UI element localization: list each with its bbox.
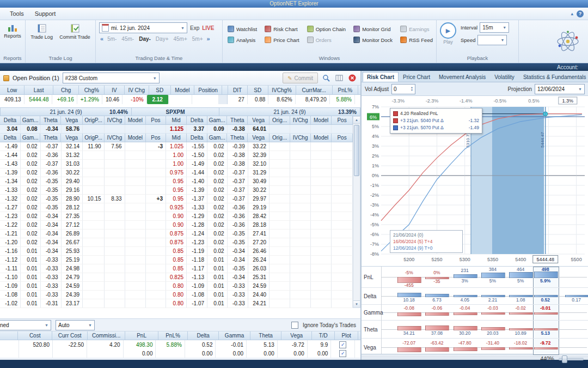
- help-icon[interactable]: ?: [577, 10, 584, 17]
- chain-row[interactable]: -1.230.02-0.3427.35: [0, 212, 166, 221]
- projection-date-select[interactable]: 12/06/2024 ▼: [535, 84, 585, 94]
- scroll-up-icon[interactable]: ▲: [353, 117, 360, 124]
- tab-volatility[interactable]: Volatility: [490, 72, 519, 82]
- tab-risk-chart[interactable]: Risk Chart: [363, 72, 399, 82]
- commit-trade-button[interactable]: Commit Trade: [58, 22, 92, 41]
- chain-row[interactable]: 0.90-1.280.02-0.3628.18: [166, 221, 353, 230]
- spinner-arrows-icon[interactable]: ▲▼: [411, 86, 413, 92]
- chain-row[interactable]: 0.80-1.080.01-0.3324.40: [166, 291, 353, 299]
- chain-row[interactable]: -1.490.02-0.3732.1411.907.56-3: [0, 142, 166, 151]
- step-day[interactable]: Day+: [156, 36, 169, 42]
- plot-checkbox[interactable]: ✓: [339, 341, 346, 348]
- chain-row[interactable]: -1.440.02-0.3631.32: [0, 151, 166, 160]
- chain-row[interactable]: 0.975-1.440.02-0.3731.29: [166, 168, 353, 177]
- speed-select[interactable]: ▼: [477, 35, 507, 45]
- trade-log-button[interactable]: Trade Log: [29, 22, 54, 41]
- greeks-bar: [425, 312, 449, 316]
- chain-row[interactable]: 0.90-1.290.02-0.3628.42: [166, 212, 353, 221]
- menu-tools[interactable]: Tools: [4, 9, 29, 18]
- chain-row[interactable]: -1.330.02-0.3529.16: [0, 186, 166, 195]
- chain-row[interactable]: -1.340.02-0.3529.40: [0, 177, 166, 186]
- chain-cell: -1.39: [187, 186, 207, 195]
- chain-row[interactable]: -1.390.02-0.3630.22: [0, 168, 166, 177]
- chain-row[interactable]: -1.090.01-0.3324.59: [0, 282, 166, 291]
- tab-movement-analysis[interactable]: Movement Analysis: [434, 72, 490, 82]
- windows-item-rss-feed[interactable]: RSS Feed: [396, 34, 437, 45]
- chain-row[interactable]: 0.95-1.370.02-0.3729.97: [166, 195, 353, 203]
- commit-button[interactable]: ✎ Commit: [283, 73, 318, 83]
- zoom-slider-thumb[interactable]: [562, 355, 567, 363]
- step-forward-icon[interactable]: »: [207, 35, 210, 42]
- chain-row[interactable]: 0.80-1.090.01-0.3324.59: [166, 282, 353, 291]
- chain-row[interactable]: -1.210.02-0.3426.89: [0, 230, 166, 238]
- chain-row[interactable]: -1.120.01-0.3325.19: [0, 256, 166, 264]
- windows-item-option-chain[interactable]: Option Chain: [303, 23, 350, 34]
- menu-support[interactable]: Support: [29, 9, 62, 18]
- ignore-todays-trades-checkbox[interactable]: [291, 322, 298, 329]
- chain-row[interactable]: -1.220.02-0.3427.12: [0, 221, 166, 230]
- chain-row[interactable]: 1.00-1.500.02-0.3832.39: [166, 151, 353, 160]
- step-5m[interactable]: 5m-: [107, 36, 117, 42]
- chain-row[interactable]: 0.85-1.180.01-0.3426.24: [166, 256, 353, 264]
- step-back-icon[interactable]: «: [100, 35, 103, 42]
- chain-row[interactable]: 0.875-1.240.02-0.3527.41: [166, 230, 353, 238]
- step-day[interactable]: Day-: [139, 36, 151, 42]
- strategy-cell: 0.00: [216, 349, 247, 358]
- risk-chart-area[interactable]: 5310.725444.477%6%5%4%3%2%1%0%-1%-2%-3%-…: [362, 96, 588, 267]
- scroll-down-icon[interactable]: ▼: [353, 300, 360, 307]
- chain-scrollbar[interactable]: ▲ ▼: [353, 116, 360, 308]
- tab-price-chart[interactable]: Price Chart: [399, 72, 434, 82]
- reports-button[interactable]: Reports: [2, 22, 23, 40]
- tab-statistics-fundamentals[interactable]: Statistics & Fundamentals: [519, 72, 588, 82]
- chain-row[interactable]: 0.95-1.390.02-0.3730.22: [166, 186, 353, 195]
- windows-item-analysis[interactable]: Analysis: [224, 34, 261, 45]
- chain-row[interactable]: 0.80-1.070.01-0.3324.21: [166, 299, 353, 308]
- chain-row[interactable]: 1.00-1.490.02-0.3832.10: [166, 160, 353, 168]
- plot-checkbox[interactable]: ✓: [339, 350, 346, 357]
- zoom-slider[interactable]: [559, 358, 584, 360]
- ribbon-collapse-icon[interactable]: ▴: [567, 11, 577, 16]
- step-45m[interactable]: 45m-: [121, 36, 134, 42]
- close-position-icon[interactable]: [347, 73, 357, 83]
- chain-row[interactable]: -1.320.02-0.3528.9010.158.33+3: [0, 195, 166, 203]
- columns-icon[interactable]: [334, 73, 344, 83]
- chain-right-expiry-header[interactable]: 21 jun. 24 (9) 13.39%: [219, 107, 360, 116]
- chain-cell: -0.35: [228, 230, 248, 238]
- chain-row[interactable]: -1.160.01-0.3425.93: [0, 247, 166, 256]
- chain-row[interactable]: -1.080.01-0.3324.39: [0, 291, 166, 299]
- chain-row[interactable]: -1.020.01-0.3123.17: [0, 299, 166, 308]
- strategy-row[interactable]: 520.80-22.504.20498.305.88%0.52-0.015.13…: [0, 340, 360, 349]
- windows-item-risk-chart[interactable]: Risk Chart: [261, 23, 303, 34]
- windows-item-label: Monitor Dock: [362, 37, 393, 43]
- strategy-combine-select[interactable]: Combined ▼: [0, 320, 51, 330]
- chain-row[interactable]: 0.85-1.170.01-0.3526.03: [166, 264, 353, 273]
- chain-cell: 24.59: [62, 282, 83, 291]
- chain-row[interactable]: 0.925-1.330.02-0.3629.19: [166, 203, 353, 212]
- windows-item-watchlist[interactable]: Watchlist: [224, 23, 261, 34]
- interval-select[interactable]: 15m ▼: [480, 22, 509, 33]
- chain-row[interactable]: -1.110.01-0.3324.98: [0, 264, 166, 273]
- strategy-select[interactable]: #238 Custom ▼: [63, 73, 160, 83]
- windows-item-monitor-grid[interactable]: Monitor Grid: [350, 23, 396, 34]
- windows-item-monitor-dock[interactable]: Monitor Dock: [350, 34, 396, 45]
- chain-row[interactable]: -1.100.01-0.3324.79: [0, 273, 166, 282]
- vol-adjust-spinner[interactable]: 0 ▲▼: [391, 84, 415, 94]
- windows-item-price-chart[interactable]: Price Chart: [261, 34, 303, 45]
- chain-row[interactable]: 0.825-1.130.01-0.3425.31: [166, 273, 353, 282]
- trading-date-select[interactable]: mi. 12 jun. 2024 ▼: [99, 22, 187, 33]
- chain-row[interactable]: 0.95-1.400.02-0.3730.49: [166, 177, 353, 186]
- chain-row[interactable]: 0.875-1.230.02-0.3527.20: [166, 238, 353, 247]
- chain-row[interactable]: 0.85-1.190.02-0.3426.46: [166, 247, 353, 256]
- search-icon[interactable]: [321, 73, 331, 83]
- play-button[interactable]: ▶: [440, 22, 456, 39]
- scrollbar-thumb[interactable]: [354, 125, 359, 176]
- chain-row[interactable]: -1.200.02-0.3426.67: [0, 238, 166, 247]
- chain-left-expiry-header[interactable]: 21 jun. 24 (9) 10.44%: [0, 107, 132, 116]
- chain-row[interactable]: -1.430.02-0.3731.03: [0, 160, 166, 168]
- auto-select[interactable]: Auto ▼: [56, 320, 95, 330]
- step-5m[interactable]: 5m+: [192, 36, 203, 42]
- chain-row[interactable]: -1.270.02-0.3528.12: [0, 203, 166, 212]
- strategy-row[interactable]: 0.000.000.000.000.000.00✓: [0, 349, 360, 358]
- step-45m[interactable]: 45m+: [173, 36, 187, 42]
- chain-row[interactable]: 1.025-1.550.02-0.3933.22: [166, 142, 353, 151]
